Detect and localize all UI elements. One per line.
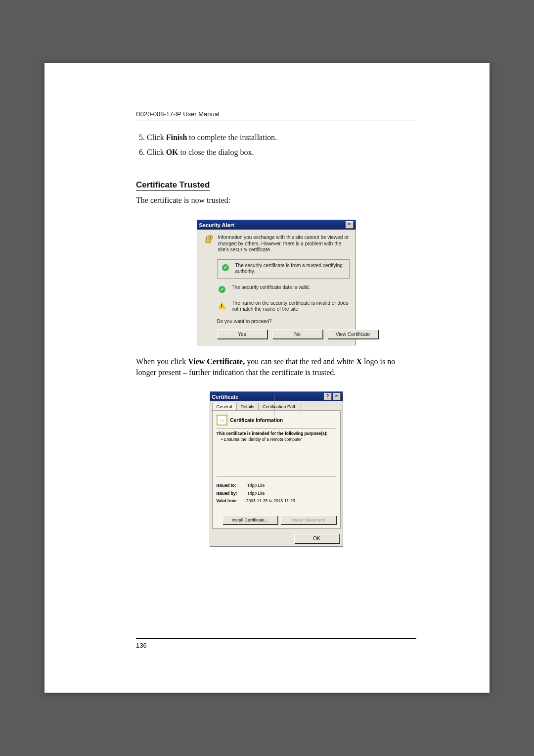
close-icon[interactable]: × xyxy=(346,221,354,229)
cert-titlebar: Certificate ? × xyxy=(210,392,343,401)
section-heading: Certificate Trusted xyxy=(136,180,210,191)
instruction-list: Click Finish to complete the installatio… xyxy=(136,132,416,157)
issued-to-label: Issued to: xyxy=(217,482,245,489)
para-bold-2: X xyxy=(356,357,362,366)
step5-rest: to complete the installation. xyxy=(187,133,277,142)
step6-bold: OK xyxy=(166,148,178,156)
step-6: Click OK to close the dialog box. xyxy=(147,147,416,158)
issued-to-value: Tripp Lite xyxy=(247,483,265,488)
warning-icon xyxy=(218,302,226,309)
issuer-statement-button: Issuer Statement xyxy=(281,516,336,524)
valid-from-value: 2003-11-26 to 2013-11-23 xyxy=(245,498,295,503)
check-icon xyxy=(222,264,229,271)
svg-rect-0 xyxy=(206,239,211,243)
certificate-icon: ▭ xyxy=(217,415,227,425)
step5-bold: Finish xyxy=(166,133,187,142)
cert-purpose-heading: This certificate is intended for the fol… xyxy=(217,431,336,436)
header-rule xyxy=(136,121,416,121)
alert-message: Information you exchange with this site … xyxy=(218,235,350,253)
ok-button[interactable]: OK xyxy=(294,534,340,543)
para-text-1: When you click xyxy=(136,357,188,366)
install-certificate-button[interactable]: Install Certificate... xyxy=(222,516,278,524)
close-icon[interactable]: × xyxy=(333,393,341,400)
step5-prefix: Click xyxy=(147,133,166,142)
tab-general[interactable]: General xyxy=(212,403,237,410)
titlebar: Security Alert × xyxy=(197,220,356,230)
alert-line-1: The security certificate is from a trust… xyxy=(235,263,346,275)
alert-line-2: The security certificate date is valid. xyxy=(232,284,350,291)
valid-from-label: Valid from xyxy=(217,497,245,505)
step6-rest: to close the dialog box. xyxy=(178,148,254,156)
tab-details[interactable]: Details xyxy=(236,403,259,410)
body-paragraph: When you click View Certificate, you can… xyxy=(136,356,416,378)
help-icon[interactable]: ? xyxy=(324,393,332,400)
cert-title: Certificate xyxy=(212,394,239,400)
view-certificate-button[interactable]: View Certificate xyxy=(328,330,378,339)
tab-certification-path[interactable]: Certification Path xyxy=(258,403,301,410)
certificate-dialog: Certificate ? × General Details Certific… xyxy=(210,391,343,547)
lock-warning-icon: ! xyxy=(203,235,213,244)
step-5: Click Finish to complete the installatio… xyxy=(147,132,416,143)
footer-rule xyxy=(136,638,416,639)
proceed-question: Do you want to proceed? xyxy=(217,319,350,325)
security-alert-dialog: Security Alert × ! Information you excha… xyxy=(197,220,356,345)
page-number: 136 xyxy=(136,642,416,649)
para-bold-1: View Certificate, xyxy=(188,357,245,366)
cert-purpose-item: • Ensures the identity of a remote compu… xyxy=(217,436,336,476)
check-icon xyxy=(219,286,225,293)
cert-info-title: Certificate Information xyxy=(230,418,283,423)
yes-button[interactable]: Yes xyxy=(217,330,267,339)
alert-line-3: The name on the security certificate is … xyxy=(232,300,350,313)
crop-indicator-line xyxy=(274,394,274,416)
cert-tabs: General Details Certification Path xyxy=(210,403,343,410)
svg-text:!: ! xyxy=(210,236,211,239)
para-text-2: you can see that the red and white xyxy=(245,357,356,366)
no-button[interactable]: No xyxy=(272,330,323,339)
step6-prefix: Click xyxy=(147,148,166,156)
issued-by-label: Issued by: xyxy=(217,490,245,497)
section-intro: The certificate is now trusted: xyxy=(136,196,416,205)
running-header: B020-008-17-IP User Manual xyxy=(136,110,416,118)
issued-by-value: Tripp Lite xyxy=(247,491,265,496)
dialog-title: Security Alert xyxy=(199,222,234,228)
